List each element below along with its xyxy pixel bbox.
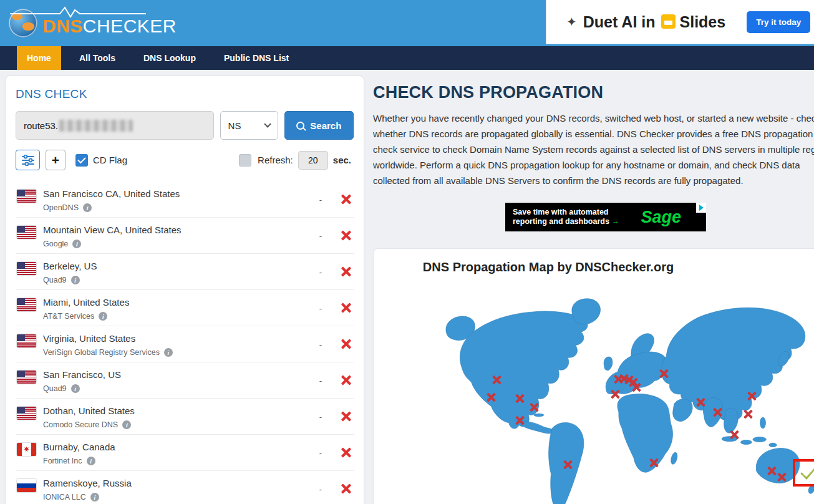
record-type-select[interactable]: NS: [220, 111, 278, 140]
table-row: Burnaby, Canada Fortinet Inci -: [16, 435, 354, 471]
propagation-map-card: DNS Propagation Map by DNSChecker.org: [373, 248, 814, 504]
sage-banner-ad[interactable]: Save time with automated reporting and d…: [505, 203, 706, 231]
dns-location-marker-x: [659, 369, 669, 379]
ad-product: Slides: [680, 13, 726, 31]
dnschecker-logo[interactable]: DNSCHECKER: [9, 4, 158, 42]
table-row: Dothan, United States Comodo Secure DNSi…: [16, 399, 354, 435]
server-location: Virginia, United States: [43, 333, 313, 344]
info-icon[interactable]: i: [164, 348, 173, 357]
table-row: San Francisco CA, United States OpenDNSi…: [16, 182, 354, 218]
domain-input[interactable]: route53.: [16, 111, 214, 140]
country-flag-icon: [17, 371, 36, 384]
server-location: San Francisco, US: [43, 369, 313, 380]
table-row: Ramenskoye, Russia IONICA LLCi -: [16, 471, 354, 504]
dns-location-marker-x: [777, 472, 787, 482]
refresh-group: Refresh: sec.: [239, 151, 351, 170]
country-flag-icon: [17, 443, 36, 456]
fail-x-icon: [340, 410, 352, 422]
dns-location-marker-x: [743, 409, 753, 420]
server-result: -: [313, 304, 329, 313]
nav-item-public-dns-list[interactable]: Public DNS List: [214, 46, 299, 70]
record-type-value: NS: [228, 120, 241, 131]
server-location: Berkeley, US: [43, 261, 313, 271]
ad-text-prefix: Duet AI in: [583, 13, 656, 31]
server-result: -: [313, 195, 329, 205]
dns-location-marker-x: [695, 397, 706, 408]
fail-x-icon: [340, 193, 352, 205]
server-result: -: [313, 485, 329, 494]
server-location: San Francisco CA, United States: [43, 188, 313, 199]
dns-location-marker-x: [515, 393, 525, 404]
ad-copy: Save time with automated reporting and d…: [513, 208, 619, 226]
info-icon[interactable]: i: [90, 493, 99, 502]
server-provider: Quad9: [43, 276, 67, 284]
dns-location-marker-x: [747, 391, 757, 402]
info-icon[interactable]: i: [87, 457, 95, 465]
cd-flag-checkbox[interactable]: [75, 154, 88, 167]
server-info: Virginia, United States VeriSign Global …: [43, 332, 313, 357]
country-flag-icon: [17, 407, 36, 420]
slides-icon: [661, 14, 676, 29]
refresh-seconds-input[interactable]: [298, 151, 328, 170]
dns-location-marker-x: [729, 430, 740, 440]
server-provider: Fortinet Inc: [43, 457, 82, 465]
try-it-today-button[interactable]: Try it today: [747, 11, 810, 33]
info-icon[interactable]: i: [83, 203, 92, 212]
duet-ai-ad[interactable]: ✦ Duet AI inSlides Try it today: [546, 0, 814, 44]
fail-x-icon: [340, 374, 352, 386]
server-result: -: [313, 340, 329, 349]
country-flag-icon: [17, 226, 36, 239]
info-icon[interactable]: i: [71, 384, 80, 393]
server-info: Mountain View CA, United States Googlei: [43, 224, 313, 248]
redacted-text-blur: [59, 120, 133, 132]
info-icon[interactable]: i: [72, 240, 81, 248]
fail-x-icon: [340, 265, 352, 278]
sliders-icon: [22, 155, 34, 166]
server-result: -: [313, 376, 329, 385]
server-provider: OpenDNS: [43, 203, 79, 212]
dns-location-marker-x: [631, 382, 642, 392]
ad-line-1: Save time with automated: [513, 208, 619, 217]
dns-location-marker-x: [492, 375, 502, 385]
search-button-label: Search: [310, 120, 341, 131]
info-icon[interactable]: i: [99, 312, 107, 321]
dns-location-marker-x: [712, 407, 723, 418]
logo-text: DNSCHECKER: [42, 16, 177, 37]
highlighted-check-box[interactable]: [793, 459, 814, 487]
dns-location-marker-x: [486, 392, 497, 403]
sage-logo: Sage: [641, 208, 681, 227]
server-location: Ramenskoye, Russia: [43, 478, 313, 488]
adchoices-icon[interactable]: [696, 203, 706, 213]
table-row: San Francisco, US Quad9i -: [16, 362, 354, 399]
dns-location-marker-x: [529, 402, 540, 412]
fail-x-icon: [340, 337, 352, 350]
nav-item-dns-lookup[interactable]: DNS Lookup: [133, 46, 206, 70]
info-icon[interactable]: i: [71, 276, 80, 284]
info-icon[interactable]: i: [122, 420, 131, 429]
table-row: Miami, United States AT&T Servicesi -: [16, 290, 354, 326]
refresh-checkbox[interactable]: [239, 154, 251, 167]
nav-item-home[interactable]: Home: [17, 46, 61, 70]
search-button[interactable]: Search: [284, 111, 354, 140]
fail-x-icon: [340, 301, 352, 314]
ad-line-2: reporting and dashboards →: [513, 217, 619, 226]
dns-location-marker-x: [767, 465, 777, 476]
dns-server-list: San Francisco CA, United States OpenDNSi…: [16, 182, 354, 504]
add-server-button[interactable]: +: [46, 150, 65, 170]
search-row: route53. NS Search: [16, 111, 354, 140]
chevron-down-icon: [264, 120, 271, 127]
server-info: Burnaby, Canada Fortinet Inci: [43, 441, 313, 465]
server-provider: Quad9: [43, 384, 67, 393]
table-row: Virginia, United States VeriSign Global …: [16, 326, 354, 362]
nav-item-all-tools[interactable]: All Tools: [69, 46, 125, 70]
dns-location-marker-x: [563, 460, 573, 470]
refresh-label: Refresh:: [258, 155, 293, 165]
page-content: DNS CHECK route53. NS Search: [0, 70, 814, 504]
dns-check-panel: DNS CHECK route53. NS Search: [5, 75, 364, 504]
page-title: CHECK DNS PROPAGATION: [373, 83, 814, 102]
dns-location-marker-x: [515, 415, 525, 426]
server-provider: VeriSign Global Registry Services: [43, 348, 160, 357]
server-info: San Francisco, US Quad9i: [43, 369, 313, 393]
country-flag-icon: [17, 298, 36, 311]
options-sliders-button[interactable]: [16, 150, 40, 170]
